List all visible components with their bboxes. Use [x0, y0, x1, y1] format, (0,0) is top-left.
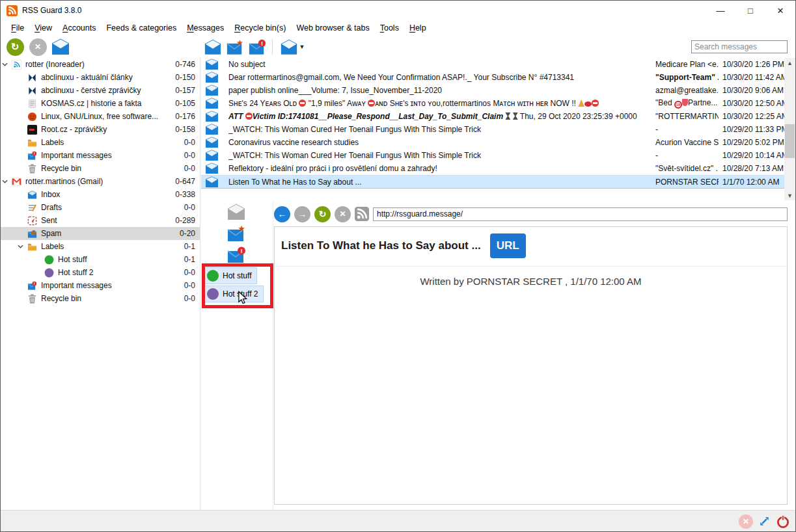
message-subject: _WATCH: This Woman Cured Her Toenail Fun…	[228, 151, 655, 160]
label-chip-hot-stuff[interactable]: Hot stuff	[204, 267, 257, 284]
sidebar-item-linux-gnu-linux-free-software-[interactable]: Linux, GNU/Linux, free software...0-176	[1, 110, 200, 123]
mark-important-button[interactable]: ★	[226, 225, 247, 243]
stop-button[interactable]: ✕	[335, 206, 351, 222]
message-subject: No subject	[228, 60, 655, 69]
mark-spam-button[interactable]: !	[247, 37, 267, 57]
fullscreen-icon[interactable]	[758, 515, 771, 527]
sidebar-item-important-messages[interactable]: !Important messages0-0	[1, 279, 200, 292]
message-row[interactable]: paper publish online___Volume: 7, Issue_…	[201, 84, 795, 97]
mark-all-read-button[interactable]	[51, 37, 70, 57]
unread-total-count: 0-105	[170, 99, 195, 108]
message-row[interactable]: _WATCH: This Woman Cured Her Toenail Fun…	[201, 149, 795, 162]
update-feeds-button[interactable]: ↻	[5, 37, 25, 57]
sidebar-item-abclinuxu-erstv-zpr-vi-ky[interactable]: abclinuxu - čerstvé zprávičky0-157	[1, 84, 200, 97]
message-row[interactable]: Coronavirus vaccine research studiesAcur…	[201, 136, 795, 149]
menu-view[interactable]: View	[29, 21, 57, 34]
toggle-read-button[interactable]	[226, 204, 247, 222]
open-message-button[interactable]: ▼	[278, 37, 307, 57]
trash-icon	[27, 163, 37, 174]
chevron-down-icon[interactable]	[2, 61, 11, 68]
message-sender: -	[655, 151, 719, 160]
message-row[interactable]: Reflektory - ideální pro práci i pro osv…	[201, 162, 795, 175]
menu-accounts[interactable]: Accounts	[57, 21, 101, 34]
url-button[interactable]: URL	[490, 233, 526, 258]
reload-button[interactable]: ↻	[314, 206, 331, 222]
mark-read-button[interactable]	[203, 37, 223, 57]
message-list-scrollbar[interactable]: ▲ ▼	[784, 58, 795, 200]
scrollbar-thumb[interactable]	[785, 124, 795, 158]
label-color-icon	[207, 288, 219, 300]
under-18-emoji: 18	[674, 101, 682, 109]
feed-toolbar-group: ↻ ✕	[5, 37, 70, 57]
menu-help[interactable]: Help	[404, 21, 432, 34]
scroll-down-icon[interactable]: ▼	[784, 191, 795, 200]
menu-web-browser-tabs[interactable]: Web browser & tabs	[291, 21, 374, 34]
open-envelope-icon	[205, 163, 219, 174]
message-row[interactable]: Listen To What he Has to Say about ...PO…	[201, 175, 795, 189]
url-input[interactable]	[373, 207, 788, 221]
message-date: 1/1/70 12:00 AM	[719, 178, 784, 187]
message-row[interactable]: No subjectMedicare Plan <e...10/30/20 1:…	[201, 58, 795, 71]
sidebar-item-drafts[interactable]: Drafts0-0	[1, 201, 200, 214]
close-button[interactable]: ✕	[765, 1, 795, 20]
message-row[interactable]: ATT Victim ID:1741081__Please_Respond__L…	[201, 110, 795, 123]
sidebar-item-recycle-bin[interactable]: Recycle bin0-0	[1, 292, 200, 305]
chevron-down-icon[interactable]	[2, 178, 11, 185]
no-entry-emoji	[299, 100, 306, 107]
toolbar-separator	[272, 39, 273, 55]
sidebar-item-inbox[interactable]: Inbox0-338	[1, 188, 200, 201]
sidebar-item-abclinuxu-aktu-ln-l-nky[interactable]: abclinuxu - aktuální články0-150	[1, 71, 200, 84]
message-sender: -	[655, 125, 719, 134]
open-envelope-icon	[205, 59, 219, 70]
window-title: RSS Guard 3.8.0	[22, 6, 81, 15]
menu-file[interactable]: File	[6, 21, 29, 34]
menu-messages[interactable]: Messages	[182, 21, 229, 34]
unread-total-count: 0-1	[179, 242, 195, 251]
sidebar-item-root-cz-zpr-vi-ky[interactable]: Root.cz - zprávičky0-158	[1, 123, 200, 136]
sidebar-item-spam[interactable]: Spam0-20	[1, 227, 200, 240]
gmail-icon	[11, 176, 21, 187]
message-row[interactable]: Sʜᴇ's 24 Yᴇᴀʀs Oʟᴅ "1,9 miles" Aᴡᴀʏ ᴀɴᴅ …	[201, 97, 795, 110]
maximize-button[interactable]: □	[735, 1, 765, 20]
search-input[interactable]	[691, 40, 788, 53]
important-icon: !	[27, 280, 37, 291]
open-envelope-icon	[205, 98, 219, 109]
chevron-down-icon[interactable]	[18, 243, 27, 250]
no-entry-emoji	[245, 113, 253, 120]
mark-important-button[interactable]: ★	[225, 37, 245, 57]
message-row[interactable]: _WATCH: This Woman Cured Her Toenail Fun…	[201, 123, 795, 136]
sidebar-item-labels[interactable]: Labels0-1	[1, 240, 200, 253]
quit-icon[interactable]	[776, 514, 790, 529]
refresh-icon: ↻	[7, 38, 24, 56]
minimize-button[interactable]: —	[706, 1, 735, 20]
sidebar-item-kosmas-cz-historie-a-fakta[interactable]: KOSMAS.cz | historie a fakta0-105	[1, 97, 200, 110]
label-chip-hot-stuff-2[interactable]: Hot stuff 2	[204, 286, 264, 302]
sidebar-item-rotter-inoreader-[interactable]: rotter (Inoreader)0-746	[1, 58, 200, 71]
message-subject: paper publish online___Volume: 7, Issue_…	[228, 86, 655, 95]
back-button[interactable]: ←	[274, 206, 290, 222]
unread-total-count: 0-1	[179, 255, 195, 264]
sidebar-item-hot-stuff[interactable]: Hot stuff0-1	[1, 253, 200, 266]
envelope-exclamation-icon: !	[248, 39, 266, 55]
menu-recycle-bin-s-[interactable]: Recycle bin(s)	[229, 21, 291, 34]
stop-update-button[interactable]: ✕	[28, 37, 48, 57]
message-date: 10/28/20 7:13 AM	[719, 164, 784, 173]
abclinuxu-icon	[27, 72, 37, 83]
unread-total-count: 0-157	[170, 86, 195, 95]
open-envelope-icon	[205, 72, 219, 83]
sidebar-item-sent[interactable]: Sent0-289	[1, 214, 200, 227]
message-row[interactable]: Dear rottermartinos@gmail.com, We Need Y…	[201, 71, 795, 84]
menu-feeds-categories[interactable]: Feeds & categories	[101, 21, 182, 34]
sidebar-item-rotter-martinos-gmail-[interactable]: rotter.martinos (Gmail)0-647	[1, 175, 200, 188]
open-envelope-icon	[205, 150, 219, 161]
sidebar-item-important-messages[interactable]: !Important messages0-0	[1, 149, 200, 162]
sidebar-item-hot-stuff-2[interactable]: Hot stuff 20-0	[1, 266, 200, 279]
menu-tools[interactable]: Tools	[375, 21, 404, 34]
scroll-up-icon[interactable]: ▲	[784, 58, 795, 68]
important-icon: !	[27, 150, 37, 161]
sidebar-item-recycle-bin[interactable]: Recycle bin0-0	[1, 162, 200, 175]
forward-button[interactable]: →	[294, 206, 310, 222]
sidebar-item-labels[interactable]: Labels0-0	[1, 136, 200, 149]
unread-total-count: 0-0	[179, 151, 195, 160]
mark-spam-button[interactable]: !	[226, 246, 247, 265]
